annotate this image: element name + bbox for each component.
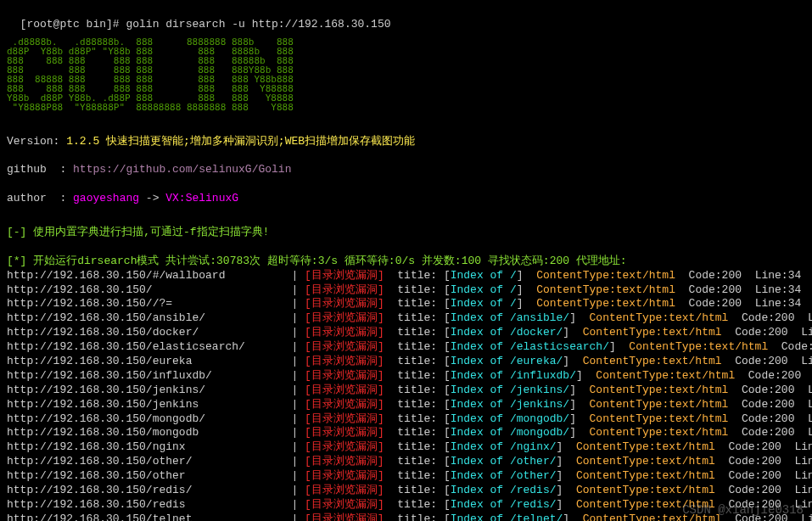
ct-label: ContentType: xyxy=(590,426,669,439)
line-value: 34 xyxy=(788,283,802,296)
code-value: 200 xyxy=(775,384,794,396)
result-url[interactable]: http://192.168.30.150/nginx xyxy=(7,440,186,453)
result-title: Index of /jenkins/ xyxy=(451,398,569,411)
vuln-tag: [目录浏览漏洞] xyxy=(305,297,384,310)
title-label: title: xyxy=(397,398,437,411)
code-value: 200 xyxy=(761,469,781,482)
ct-value: text/html xyxy=(616,297,675,310)
line-label: Line: xyxy=(755,269,788,282)
result-url[interactable]: http://192.168.30.150/jenkins/ xyxy=(7,384,205,396)
result-url[interactable]: http://192.168.30.150/#/wallboard xyxy=(7,269,225,282)
ct-value: text/html xyxy=(656,484,715,496)
vuln-tag: [目录浏览漏洞] xyxy=(305,398,384,411)
vuln-tag: [目录浏览漏洞] xyxy=(305,484,384,496)
line-label: Line: xyxy=(808,426,812,439)
result-url[interactable]: http://192.168.30.150/other/ xyxy=(7,455,192,468)
code-label: Code: xyxy=(748,369,781,382)
result-url[interactable]: http://192.168.30.150/elasticsearch/ xyxy=(7,340,245,353)
line-label: Line: xyxy=(808,398,812,411)
github-url[interactable]: https://github.com/selinuxG/Golin xyxy=(73,163,291,176)
vuln-tag: [目录浏览漏洞] xyxy=(305,369,384,382)
title-label: title: xyxy=(397,369,437,382)
notice-1: [-] 使用内置字典进行扫描,可通过-f指定扫描字典! xyxy=(7,211,812,240)
result-title: Index of /telnet/ xyxy=(451,513,563,521)
code-label: Code: xyxy=(735,513,768,521)
author-name: gaoyeshang xyxy=(73,192,139,204)
result-title: Index of /jenkins/ xyxy=(451,384,569,396)
code-value: 200 xyxy=(775,412,794,425)
vuln-tag: [目录浏览漏洞] xyxy=(305,440,384,453)
result-url[interactable]: http://192.168.30.150/redis/ xyxy=(7,484,192,496)
result-url[interactable]: http://192.168.30.150/telnet xyxy=(7,513,192,521)
line-label: Line: xyxy=(808,384,812,396)
code-label: Code: xyxy=(728,455,761,468)
result-url[interactable]: http://192.168.30.150/redis xyxy=(7,498,186,511)
title-label: title: xyxy=(397,326,437,339)
author-wx: VX:SelinuxG xyxy=(165,192,238,204)
result-title: Index of / xyxy=(451,283,517,296)
code-value: 200 xyxy=(761,455,781,468)
result-url[interactable]: http://192.168.30.150/eureka xyxy=(7,355,192,367)
code-value: 200 xyxy=(775,426,794,439)
code-label: Code: xyxy=(689,269,722,282)
line-value: 34 xyxy=(788,297,802,310)
vuln-tag: [目录浏览漏洞] xyxy=(305,384,384,396)
title-label: title: xyxy=(397,513,437,521)
result-row: http://192.168.30.150/mongodb/ | [目录浏览漏洞… xyxy=(7,412,812,427)
code-label: Code: xyxy=(735,355,768,367)
result-row: http://192.168.30.150//?= | [目录浏览漏洞] tit… xyxy=(7,297,812,311)
result-url[interactable]: http://192.168.30.150/other xyxy=(7,469,186,482)
ct-label: ContentType: xyxy=(536,283,616,296)
result-url[interactable]: http://192.168.30.150//?= xyxy=(7,297,172,310)
ct-label: ContentType: xyxy=(536,297,616,310)
prompt-user-host: [root@ptc bin]# xyxy=(20,18,126,31)
version-label: Version: xyxy=(7,135,59,148)
author-label: author : xyxy=(7,192,66,204)
title-label: title: xyxy=(397,297,437,310)
title-label: title: xyxy=(397,269,437,282)
ct-label: ContentType: xyxy=(576,498,656,511)
result-url[interactable]: http://192.168.30.150/ xyxy=(7,283,153,296)
code-value: 200 xyxy=(761,498,781,511)
version-number: 1.2.5 xyxy=(66,135,99,148)
result-url[interactable]: http://192.168.30.150/mongodb/ xyxy=(7,412,205,425)
result-title: Index of /redis/ xyxy=(451,484,557,496)
code-label: Code: xyxy=(728,484,761,496)
result-title: Index of /eureka/ xyxy=(451,355,563,367)
result-title: Index of /docker/ xyxy=(451,326,563,339)
result-row: http://192.168.30.150/jenkins/ | [目录浏览漏洞… xyxy=(7,384,812,398)
result-url[interactable]: http://192.168.30.150/influxdb/ xyxy=(7,369,212,382)
ascii-banner: .d8888b. .d88888b. 888 8888888 888b 888 … xyxy=(7,37,812,112)
ct-label: ContentType: xyxy=(583,326,663,339)
result-url[interactable]: http://192.168.30.150/mongodb xyxy=(7,426,199,439)
line-label: Line: xyxy=(755,283,788,296)
code-label: Code: xyxy=(728,440,761,453)
line-label: Line: xyxy=(808,412,812,425)
code-label: Code: xyxy=(728,498,761,511)
author-line: author : gaoyeshang -> VX:SelinuxG xyxy=(7,177,812,206)
line-label: Line: xyxy=(801,355,812,367)
ct-label: ContentType: xyxy=(596,369,675,382)
title-label: title: xyxy=(397,426,437,439)
vuln-tag: [目录浏览漏洞] xyxy=(305,455,384,468)
code-value: 200 xyxy=(722,297,742,310)
vuln-tag: [目录浏览漏洞] xyxy=(305,283,384,296)
result-row: http://192.168.30.150/ansible/ | [目录浏览漏洞… xyxy=(7,311,812,326)
line-label: Line: xyxy=(808,311,812,324)
result-title: Index of /mongodb/ xyxy=(451,412,569,425)
prompt-cmd: golin dirsearch -u http://192.168.30.150 xyxy=(126,18,390,31)
vuln-tag: [目录浏览漏洞] xyxy=(305,311,384,324)
code-value: 200 xyxy=(768,326,787,339)
vuln-tag: [目录浏览漏洞] xyxy=(305,340,384,353)
result-url[interactable]: http://192.168.30.150/jenkins xyxy=(7,398,199,411)
ct-label: ContentType: xyxy=(576,440,656,453)
result-url[interactable]: http://192.168.30.150/docker/ xyxy=(7,326,199,339)
title-label: title: xyxy=(397,455,437,468)
result-title: Index of /nginx/ xyxy=(451,440,557,453)
result-row: http://192.168.30.150/#/wallboard | [目录浏… xyxy=(7,269,812,283)
result-url[interactable]: http://192.168.30.150/ansible/ xyxy=(7,311,205,324)
ct-label: ContentType: xyxy=(590,311,669,324)
result-row: http://192.168.30.150/mongodb | [目录浏览漏洞]… xyxy=(7,426,812,440)
version-line: Version: 1.2.5 快速扫描更智能;增加多种漏洞识别;WEB扫描增加保… xyxy=(7,120,812,149)
ct-value: text/html xyxy=(708,340,768,353)
